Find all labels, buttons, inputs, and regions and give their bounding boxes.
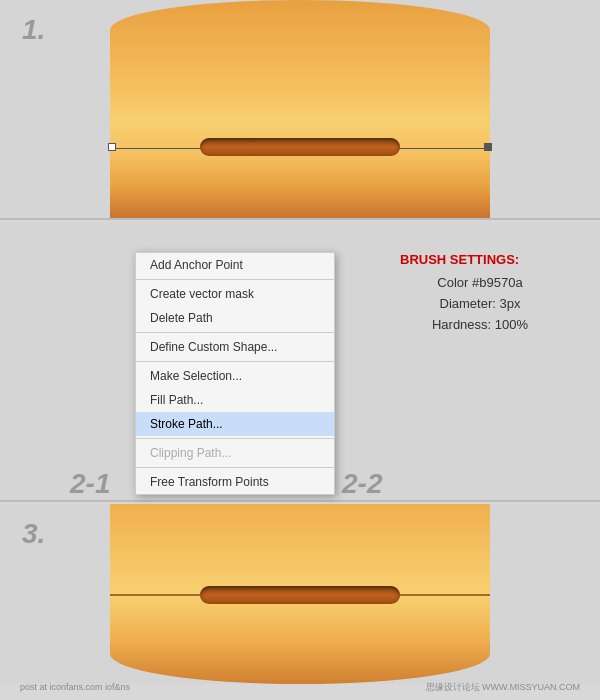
- menu-separator-1: [136, 279, 334, 280]
- menu-item-fill-path[interactable]: Fill Path...: [136, 388, 334, 412]
- menu-item-create-vector-mask[interactable]: Create vector mask: [136, 282, 334, 306]
- menu-separator-4: [136, 438, 334, 439]
- cylinder-top: [110, 0, 490, 220]
- brush-settings-panel: BRUSH SETTINGS: Color #b9570a Diameter: …: [400, 252, 560, 335]
- menu-item-stroke-path[interactable]: Stroke Path...: [136, 412, 334, 436]
- brush-settings-title: BRUSH SETTINGS:: [400, 252, 560, 267]
- context-menu: Add Anchor Point Create vector mask Dele…: [135, 252, 335, 495]
- brush-settings-details: Color #b9570a Diameter: 3px Hardness: 10…: [400, 273, 560, 335]
- step-1-label: 1.: [22, 14, 45, 46]
- section-3: [0, 504, 600, 684]
- section-1: [0, 0, 600, 220]
- brush-diameter: Diameter: 3px: [400, 294, 560, 315]
- menu-item-clipping-path: Clipping Path...: [136, 441, 334, 465]
- menu-separator-3: [136, 361, 334, 362]
- brush-hardness: Hardness: 100%: [400, 315, 560, 336]
- footer-left-text: post at iconfans.com iof&ns: [20, 682, 130, 692]
- anchor-point-right: [484, 143, 492, 151]
- section-2: 2-1 Add Anchor Point Create vector mask …: [0, 222, 600, 502]
- step-3-label: 3.: [22, 518, 45, 550]
- menu-item-add-anchor[interactable]: Add Anchor Point: [136, 253, 334, 277]
- menu-separator-5: [136, 467, 334, 468]
- footer-right-text: 思缘设计论坛 WWW.MISSYUAN.COM: [426, 681, 581, 694]
- footer: post at iconfans.com iof&ns 思缘设计论坛 WWW.M…: [0, 678, 600, 696]
- step-2a-label: 2-1: [70, 468, 110, 500]
- step-2b-label: 2-2: [342, 468, 382, 500]
- menu-separator-2: [136, 332, 334, 333]
- anchor-point-left: [108, 143, 116, 151]
- brush-color: Color #b9570a: [400, 273, 560, 294]
- menu-item-define-custom-shape[interactable]: Define Custom Shape...: [136, 335, 334, 359]
- menu-item-delete-path[interactable]: Delete Path: [136, 306, 334, 330]
- menu-item-free-transform[interactable]: Free Transform Points: [136, 470, 334, 494]
- cylinder-groove-bottom: [200, 586, 400, 604]
- menu-item-make-selection[interactable]: Make Selection...: [136, 364, 334, 388]
- cylinder-groove-top: [200, 138, 400, 156]
